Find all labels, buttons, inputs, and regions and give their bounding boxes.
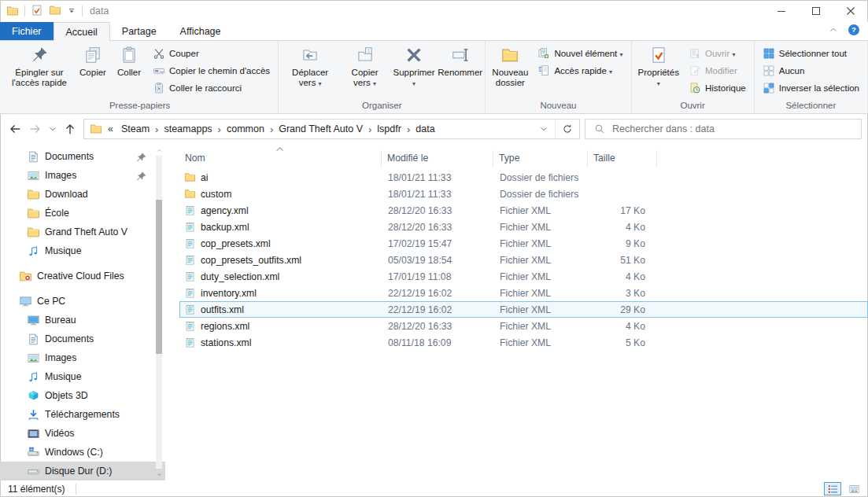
file-row-inventory-xml[interactable]: inventory.xml22/12/19 16:02Fichier XML3 … — [179, 285, 868, 301]
thumbnails-view-button[interactable] — [845, 482, 862, 495]
back-icon — [8, 122, 22, 136]
scrollbar-track[interactable] — [156, 156, 162, 469]
sidebar-item-ecole[interactable]: École — [0, 204, 165, 223]
sidebar-item-label: Disque Dur (D:) — [45, 466, 112, 477]
ribbon-button-nouveau-dossier[interactable]: Nouveau dossier — [488, 42, 532, 97]
ribbon-button-inverser-la-selection[interactable]: Inverser la sélection — [760, 79, 862, 96]
sidebar-item-musique[interactable]: Musique — [0, 367, 165, 386]
file-row-ai[interactable]: ai18/01/21 11:33Dossier de fichiers — [179, 169, 868, 186]
sidebar-item-documents[interactable]: Documents — [0, 329, 165, 348]
qat-properties-button[interactable] — [31, 4, 43, 19]
sidebar-item-documents[interactable]: Documents — [0, 147, 165, 166]
ribbon-button-copier-vers[interactable]: Copier vers ▾ — [339, 42, 390, 97]
ribbon-button-proprietes[interactable]: Propriétés ▾ — [634, 42, 683, 97]
address-bar[interactable]: « Steam›steamapps›common›Grand Theft Aut… — [83, 119, 556, 139]
sidebar-item-objets-3d[interactable]: Objets 3D — [0, 386, 165, 405]
file-row-duty-selection-xml[interactable]: duty_selection.xml17/01/19 11:08Fichier … — [179, 268, 868, 285]
scroll-up-button[interactable] — [155, 145, 163, 155]
pin-icon[interactable] — [135, 170, 148, 183]
sidebar-item-creative-cloud-files[interactable]: Creative Cloud Files — [0, 267, 165, 285]
column-header-taille[interactable]: Taille — [588, 150, 657, 167]
status-bar: 11 élément(s) — [0, 480, 868, 497]
ribbon-button-coller-le-raccourci[interactable]: Coller le raccourci — [150, 79, 272, 96]
file-row-regions-xml[interactable]: regions.xml28/12/20 16:33Fichier XML4 Ko — [179, 318, 868, 334]
search-input[interactable] — [612, 120, 861, 138]
tab-affichage[interactable]: Affichage — [168, 22, 233, 40]
sidebar-scrollbar[interactable] — [155, 145, 163, 479]
tab-partage[interactable]: Partage — [110, 22, 168, 40]
maximize-button[interactable] — [799, 0, 833, 22]
sidebar-item-download[interactable]: Download — [0, 185, 165, 204]
pin-icon[interactable] — [135, 151, 148, 164]
ribbon-button-historique[interactable]: Historique — [686, 79, 748, 96]
breadcrumb-truncation[interactable]: « — [102, 123, 116, 134]
column-header-modifie-le[interactable]: Modifié le — [382, 150, 493, 167]
minimize-button[interactable] — [764, 0, 799, 22]
ribbon-button-aucun[interactable]: Aucun — [760, 62, 862, 79]
music-icon — [27, 370, 40, 384]
details-view-button[interactable] — [824, 482, 841, 495]
refresh-button[interactable] — [555, 119, 580, 139]
ribbon-button-coller[interactable]: Coller — [111, 42, 147, 97]
forward-button[interactable] — [25, 119, 46, 139]
collapse-ribbon-button[interactable] — [829, 25, 838, 37]
breadcrumb-segment-steam[interactable]: Steam — [116, 120, 154, 138]
breadcrumb-segment-grand-theft-auto-v[interactable]: Grand Theft Auto V — [274, 120, 368, 138]
sidebar-item-disque-dur-d[interactable]: Disque Dur (D:) — [0, 462, 165, 480]
file-row-backup-xml[interactable]: backup.xml28/12/20 16:33Fichier XML4 Ko — [179, 219, 868, 235]
invert-selection-icon — [763, 82, 775, 94]
breadcrumb-segment-steamapps[interactable]: steamapps — [159, 120, 216, 138]
ribbon-button-copier[interactable]: Copier — [75, 42, 111, 97]
scroll-down-button[interactable] — [155, 469, 163, 479]
scrollbar-thumb[interactable] — [156, 200, 162, 354]
ribbon-button-supprimer[interactable]: Supprimer ▾ — [390, 42, 438, 97]
tab-accueil[interactable]: Accueil — [54, 22, 110, 41]
ribbon-button-acces-rapide[interactable]: Accès rapide ▾ — [535, 62, 625, 79]
ribbon-button-selectionner-tout[interactable]: Sélectionner tout — [760, 45, 862, 61]
breadcrumb-segment-common[interactable]: common — [222, 120, 269, 138]
ribbon-button-deplacer-vers[interactable]: Déplacer vers ▾ — [281, 42, 339, 97]
help-button[interactable]: ? — [848, 24, 860, 39]
qat-new-folder-button[interactable] — [49, 4, 61, 19]
recent-locations-button[interactable] — [46, 119, 60, 139]
cut-icon — [153, 47, 165, 60]
qat-customize-button[interactable] — [67, 6, 76, 17]
sidebar-item-bureau[interactable]: Bureau — [0, 311, 165, 329]
file-type: Fichier XML — [494, 222, 589, 233]
ribbon-button-nouvel-element[interactable]: Nouvel élément ▾ — [535, 45, 625, 61]
sidebar-item-grand-theft-auto-v[interactable]: Grand Theft Auto V — [0, 223, 165, 241]
titlebar: data — [0, 0, 868, 22]
column-header-type[interactable]: Type — [493, 150, 588, 167]
sidebar-item-telechargements[interactable]: Téléchargements — [0, 405, 165, 424]
file-row-cop-presets-xml[interactable]: cop_presets.xml17/02/19 15:47Fichier XML… — [179, 235, 868, 252]
address-dropdown-button[interactable] — [533, 120, 555, 138]
breadcrumb-segment-lspdfr[interactable]: lspdfr — [372, 120, 406, 138]
sidebar-item-musique[interactable]: Musique — [0, 241, 165, 260]
ribbon-button-couper[interactable]: Couper — [150, 45, 272, 61]
ribbon-button-modifier[interactable]: Modifier — [686, 62, 748, 79]
file-row-custom[interactable]: custom18/01/21 11:33Dossier de fichiers — [179, 186, 868, 202]
tab-fichier[interactable]: Fichier — [0, 22, 54, 40]
ribbon-button-ouvrir[interactable]: Ouvrir ▾ — [686, 45, 748, 61]
sidebar-item-images[interactable]: Images — [0, 166, 165, 185]
document-icon — [27, 333, 40, 346]
file-row-stations-xml[interactable]: stations.xml08/11/18 16:09Fichier XML5 K… — [179, 334, 868, 351]
sidebar-item-images[interactable]: Images — [0, 348, 165, 367]
file-row-cop-presets-outfits-xml[interactable]: cop_presets_outfits.xml05/03/19 18:54Fic… — [179, 252, 868, 268]
ribbon-button-renommer[interactable]: Renommer — [438, 42, 482, 97]
ribbon-button-copier-le-chemin-d-acces[interactable]: Copier le chemin d'accès — [150, 62, 272, 79]
back-button[interactable] — [5, 119, 25, 139]
sidebar-item-videos[interactable]: Vidéos — [0, 424, 165, 443]
file-row-outfits-xml[interactable]: outfits.xml22/12/19 16:02Fichier XML29 K… — [179, 301, 868, 318]
close-button[interactable] — [833, 0, 868, 22]
sidebar-item-ce-pc[interactable]: Ce PC — [0, 292, 165, 311]
file-modified: 22/12/19 16:02 — [382, 288, 494, 299]
breadcrumb-segment-data[interactable]: data — [411, 120, 439, 138]
file-row-agency-xml[interactable]: agency.xml28/12/20 16:33Fichier XML17 Ko — [179, 202, 868, 219]
file-modified: 28/12/20 16:33 — [382, 222, 494, 233]
up-button[interactable] — [60, 119, 80, 139]
sidebar-item-windows-c[interactable]: Windows (C:) — [0, 443, 165, 462]
column-header-nom[interactable]: Nom — [179, 150, 382, 167]
folder-icon — [184, 188, 196, 200]
ribbon-button-epingler-sur-l-acces-rapide[interactable]: Épingler sur l'accès rapide — [4, 42, 75, 97]
